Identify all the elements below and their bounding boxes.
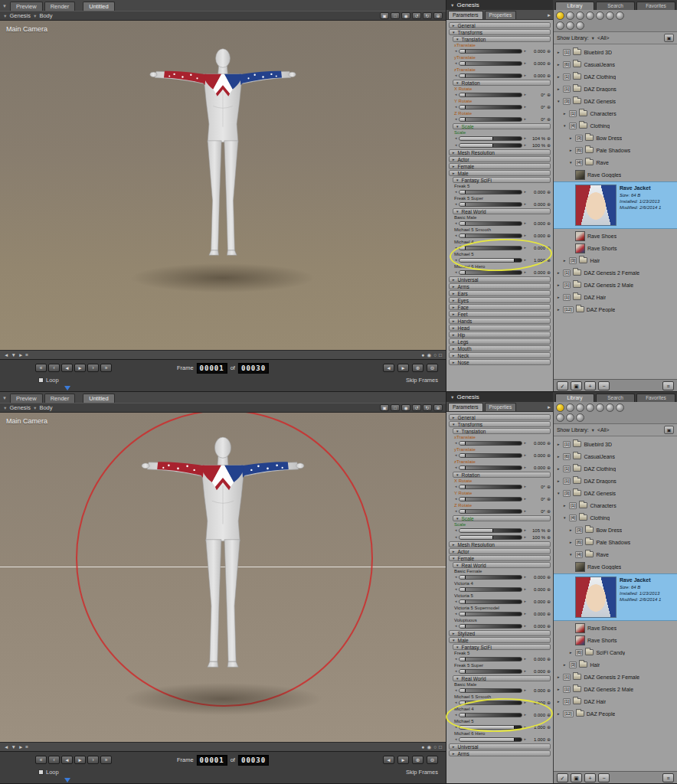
- strip-icon[interactable]: ◄: [4, 351, 8, 359]
- expand-icon[interactable]: ►: [452, 292, 455, 296]
- nudge-left-icon[interactable]: ◄: [454, 258, 457, 262]
- content-type-icon[interactable]: [576, 21, 584, 30]
- nudge-right-icon[interactable]: ►: [524, 528, 527, 532]
- param-slider-track[interactable]: [459, 725, 522, 730]
- tab-properties[interactable]: Properties: [485, 403, 517, 411]
- transport-button[interactable]: ◄: [383, 756, 394, 764]
- nudge-left-icon[interactable]: ◄: [454, 246, 457, 250]
- viewport-tool-icon[interactable]: ◉: [401, 12, 410, 19]
- library-folder-rave[interactable]: ▼[4]Rave: [554, 156, 677, 168]
- expand-icon[interactable]: ►: [452, 745, 455, 749]
- param-group-fantasy-scifi[interactable]: ▼Fantasy SciFi: [453, 177, 551, 183]
- nudge-left-icon[interactable]: ◄: [454, 136, 457, 140]
- library-folder-daz-genesis-2-male[interactable]: ►[1]DAZ Genesis 2 Male: [554, 683, 677, 695]
- nudge-left-icon[interactable]: ◄: [454, 599, 457, 603]
- collapse-icon[interactable]: ▼: [569, 161, 573, 165]
- nudge-right-icon[interactable]: ►: [524, 258, 527, 262]
- collapse-icon[interactable]: ▼: [456, 178, 459, 182]
- nudge-right-icon[interactable]: ►: [524, 612, 527, 616]
- expand-icon[interactable]: ►: [557, 700, 561, 704]
- library-view-button[interactable]: ▣: [664, 426, 674, 434]
- library-item-rave-shorts[interactable]: Rave Shorts: [554, 242, 677, 254]
- param-group-mesh-resolution[interactable]: ►Mesh Resolution: [449, 149, 551, 155]
- nudge-right-icon[interactable]: ►: [524, 61, 527, 65]
- nudge-left-icon[interactable]: ◄: [454, 453, 457, 457]
- expand-icon[interactable]: ►: [452, 299, 455, 302]
- options-button[interactable]: ≡: [662, 773, 674, 782]
- library-selection[interactable]: <All>: [597, 35, 610, 41]
- expand-icon[interactable]: ►: [452, 416, 455, 420]
- nudge-right-icon[interactable]: ►: [524, 497, 527, 501]
- param-group-legs[interactable]: ►Legs: [449, 338, 551, 345]
- nudge-right-icon[interactable]: ►: [524, 599, 527, 603]
- transport-button[interactable]: ‹: [48, 364, 60, 372]
- strip-icon[interactable]: □: [439, 743, 442, 751]
- nudge-right-icon[interactable]: ►: [524, 441, 527, 445]
- param-group-hands[interactable]: ►Hands: [449, 318, 551, 324]
- content-type-icon[interactable]: [596, 403, 604, 412]
- nudge-left-icon[interactable]: ◄: [454, 49, 457, 53]
- param-settings-icon[interactable]: ⊕: [547, 465, 551, 470]
- param-settings-icon[interactable]: ⊕: [547, 452, 551, 458]
- expand-icon[interactable]: ►: [563, 663, 567, 667]
- nudge-left-icon[interactable]: ◄: [454, 117, 457, 121]
- nudge-right-icon[interactable]: ►: [524, 737, 527, 741]
- nudge-left-icon[interactable]: ◄: [454, 509, 457, 513]
- param-group-stylized[interactable]: ►Stylized: [449, 630, 551, 636]
- param-group-feet[interactable]: ►Feet: [449, 311, 551, 317]
- param-group-transforms[interactable]: ▼Transforms: [449, 421, 551, 427]
- nudge-right-icon[interactable]: ►: [524, 246, 527, 250]
- add-button[interactable]: +: [584, 773, 596, 782]
- library-dropdown-icon[interactable]: ▼: [591, 428, 595, 433]
- nudge-right-icon[interactable]: ►: [524, 725, 527, 729]
- param-slider-track[interactable]: [459, 528, 522, 533]
- expand-icon[interactable]: ►: [452, 326, 455, 330]
- strip-icon[interactable]: □: [439, 351, 442, 359]
- expand-icon[interactable]: ►: [557, 283, 561, 287]
- frame-value[interactable]: 00001: [197, 755, 227, 766]
- tab-document[interactable]: Untitled: [83, 394, 114, 403]
- nudge-left-icon[interactable]: ◄: [454, 202, 457, 206]
- viewport-tool-icon[interactable]: □: [391, 12, 400, 19]
- param-slider-track[interactable]: [459, 61, 522, 66]
- expand-icon[interactable]: ►: [557, 271, 561, 275]
- expand-icon[interactable]: ►: [569, 136, 573, 140]
- nudge-right-icon[interactable]: ►: [524, 49, 527, 53]
- expand-icon[interactable]: ►: [557, 712, 561, 716]
- param-slider-track[interactable]: [459, 441, 522, 446]
- nudge-right-icon[interactable]: ►: [524, 221, 527, 225]
- nudge-left-icon[interactable]: ◄: [454, 190, 457, 194]
- expand-icon[interactable]: ►: [452, 165, 455, 168]
- param-slider-track[interactable]: [459, 737, 522, 742]
- content-type-icon[interactable]: [606, 11, 614, 20]
- content-type-icon[interactable]: [566, 21, 574, 30]
- param-group-rotation[interactable]: ▼Rotation: [453, 80, 551, 86]
- param-slider-track[interactable]: [459, 688, 522, 693]
- nudge-right-icon[interactable]: ►: [524, 190, 527, 194]
- collapse-icon[interactable]: ▼: [456, 564, 459, 567]
- transport-button[interactable]: ⊖: [427, 756, 438, 764]
- tab-document[interactable]: Untitled: [83, 2, 114, 11]
- library-folder-daz-people[interactable]: ►[12]DAZ People: [554, 707, 677, 720]
- viewport-tool-icon[interactable]: ▣: [380, 404, 389, 411]
- library-dropdown-icon[interactable]: ▼: [591, 36, 595, 41]
- tab-parameters[interactable]: Parameters: [448, 11, 483, 19]
- expand-icon[interactable]: ►: [452, 550, 455, 554]
- collapse-icon[interactable]: ▼: [456, 38, 459, 41]
- param-group-transforms[interactable]: ▼Transforms: [449, 29, 551, 35]
- param-slider-track[interactable]: [459, 270, 522, 275]
- pane-menu-icon[interactable]: ▼: [2, 4, 7, 8]
- param-slider-track[interactable]: [459, 657, 522, 662]
- param-settings-icon[interactable]: ⊕: [547, 508, 551, 514]
- param-group-mesh-resolution[interactable]: ►Mesh Resolution: [449, 541, 551, 547]
- library-folder-pale-shadows[interactable]: ►[6]Pale Shadows: [554, 144, 677, 156]
- content-type-icon[interactable]: [596, 11, 604, 20]
- collapse-icon[interactable]: ▼: [456, 430, 459, 433]
- expand-icon[interactable]: ►: [557, 467, 561, 471]
- collapse-icon[interactable]: ▼: [563, 516, 567, 520]
- node-dropdown-icon[interactable]: ▼: [3, 14, 7, 18]
- param-settings-icon[interactable]: ⊕: [547, 104, 551, 109]
- tab-preview[interactable]: Preview: [10, 2, 43, 11]
- content-type-icon[interactable]: [576, 403, 584, 412]
- collapse-icon[interactable]: ▼: [563, 124, 567, 128]
